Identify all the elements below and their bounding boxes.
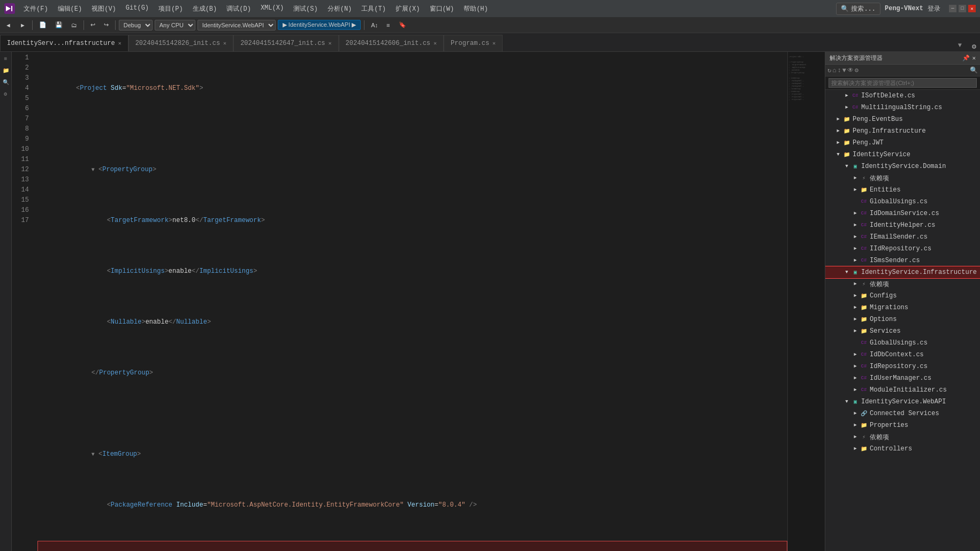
tab-init3[interactable]: 20240415142606_init.cs ✕ (339, 35, 444, 51)
menu-debug[interactable]: 调试(D) (222, 3, 255, 14)
tree-item-idrepository[interactable]: ► C# IdRepository.cs (825, 361, 980, 372)
se-search-input[interactable] (829, 78, 977, 88)
menu-edit[interactable]: 编辑(E) (54, 3, 87, 14)
tree-item-controllers[interactable]: ► 📁 Controllers (825, 443, 980, 455)
menu-project[interactable]: 项目(P) (154, 3, 187, 14)
tree-item-domain[interactable]: ▼ ▣ IdentityService.Domain (825, 160, 980, 172)
folder-icon: 📁 (842, 139, 851, 147)
tab-close-2[interactable]: ✕ (329, 40, 332, 47)
tree-item-isoftdelete[interactable]: ► C# ISoftDelete.cs (825, 90, 980, 102)
se-sync-icon[interactable]: ↻ (827, 66, 831, 74)
bookmark-btn[interactable]: 🔖 (396, 20, 409, 29)
tree-item-globalusings1[interactable]: C# GlobalUsings.cs (825, 196, 980, 208)
tree-item-iemailsender[interactable]: ► C# IEmailSender.cs (825, 231, 980, 243)
tree-item-migrations[interactable]: ► 📁 Migrations (825, 302, 980, 313)
tab-close-4[interactable]: ✕ (492, 40, 496, 47)
tree-item-identityservice[interactable]: ▼ 📁 IdentityService (825, 149, 980, 160)
tree-item-properties[interactable]: ► 📁 Properties (825, 419, 980, 431)
tree-item-globalusings2[interactable]: C# GlobalUsings.cs (825, 337, 980, 349)
line-numbers: 1 2 3 4 5 6 7 8 9 10 11 12 13 14 15 16 1… (12, 52, 33, 551)
tree-item-ismssender[interactable]: ► C# ISmsSender.cs (825, 255, 980, 266)
maximize-button[interactable]: □ (959, 5, 966, 12)
code-editor[interactable]: <Project Sdk="Microsoft.NET.Sdk"> ▼ <Pro… (33, 52, 787, 551)
menu-bar[interactable]: 文件(F) 编辑(E) 视图(V) Git(G) 项目(P) 生成(B) 调试(… (19, 3, 492, 14)
tree-item-services[interactable]: ► 📁 Services (825, 325, 980, 337)
save-all-button[interactable]: 🗂 (68, 21, 80, 29)
se-arrow-icon[interactable]: ↕ (837, 67, 841, 74)
tree-item-dep2[interactable]: ► ⚡ 依赖项 (825, 278, 980, 290)
run-icon: ▶ (283, 21, 287, 28)
tree-item-configs[interactable]: ► 📁 Configs (825, 290, 980, 302)
menu-xml[interactable]: XML(X) (256, 3, 288, 14)
tree-item-moduleinitializer[interactable]: ► C# ModuleInitializer.cs (825, 384, 980, 396)
tab-close-0[interactable]: ✕ (118, 40, 121, 47)
menu-git[interactable]: Git(G) (121, 3, 153, 14)
editor-content[interactable]: 1 2 3 4 5 6 7 8 9 10 11 12 13 14 15 16 1… (12, 52, 825, 551)
tree-item-identityhelper[interactable]: ► C# IdentityHelper.cs (825, 219, 980, 231)
tab-program[interactable]: Program.cs ✕ (444, 35, 503, 51)
format-btn[interactable]: A↕ (368, 21, 381, 29)
forward-button[interactable]: ► (17, 21, 29, 29)
tree-item-connected-services[interactable]: ► 🔗 Connected Services (825, 408, 980, 419)
login-btn[interactable]: 登录 (928, 4, 940, 13)
tree-arrow: ► (834, 117, 842, 122)
menu-window[interactable]: 窗口(W) (426, 3, 459, 14)
minimize-button[interactable]: — (949, 5, 956, 12)
save-button[interactable]: 💾 (52, 20, 66, 29)
debug-config-dropdown[interactable]: Debug (119, 20, 153, 30)
menu-help[interactable]: 帮助(H) (459, 3, 492, 14)
sidebar-icon-4[interactable]: ⚙ (1, 89, 11, 99)
tree-item-options[interactable]: ► 📁 Options (825, 313, 980, 325)
window-controls[interactable]: — □ ✕ (949, 5, 976, 12)
new-file-button[interactable]: 📄 (36, 20, 50, 29)
tab-init2[interactable]: 20240415142647_init.cs ✕ (233, 35, 338, 51)
tree-item-iddbcontext[interactable]: ► C# IdDbContext.cs (825, 349, 980, 361)
menu-test[interactable]: 测试(S) (289, 3, 322, 14)
se-filter-icon[interactable]: ▼ (842, 67, 846, 74)
undo-button[interactable]: ↩ (87, 20, 98, 29)
sidebar-icon-2[interactable]: 📁 (1, 66, 11, 75)
se-tree[interactable]: ► C# ISoftDelete.cs ► C# MultilingualStr… (825, 90, 980, 551)
tree-item-eventbus[interactable]: ► 📁 Peng.EventBus (825, 113, 980, 125)
sep1 (32, 20, 33, 30)
sidebar-icon-1[interactable]: ≡ (1, 54, 11, 64)
tree-arrow: ► (851, 446, 860, 451)
project-dropdown[interactable]: IdentityService.WebAPI (197, 20, 276, 30)
menu-extensions[interactable]: 扩展(X) (391, 3, 424, 14)
close-button[interactable]: ✕ (968, 5, 976, 12)
tab-close-1[interactable]: ✕ (223, 40, 226, 47)
menu-file[interactable]: 文件(F) (19, 3, 52, 14)
tab-close-3[interactable]: ✕ (434, 40, 437, 47)
se-home-icon[interactable]: ⌂ (832, 67, 836, 74)
tree-item-iidrepository[interactable]: ► C# IIdRepository.cs (825, 243, 980, 255)
tab-infrastructure[interactable]: IdentityServ...nfrastructure ✕ (0, 35, 128, 51)
menu-build[interactable]: 生成(B) (188, 3, 222, 14)
se-pin-icon[interactable]: 📌 (962, 55, 970, 62)
menu-tools[interactable]: 工具(T) (357, 3, 390, 14)
se-eye-icon[interactable]: 👁 (847, 66, 854, 74)
menu-view[interactable]: 视图(V) (87, 3, 120, 14)
se-settings-icon[interactable]: ⚙ (855, 66, 859, 74)
tree-item-iddomainservice[interactable]: ► C# IdDomainService.cs (825, 208, 980, 219)
run-button[interactable]: ▶ IdentityService.WebAPI ▶ (278, 20, 361, 30)
title-search[interactable]: 🔍 搜索... (836, 3, 880, 15)
tree-item-dep3[interactable]: ► ⚡ 依赖项 (825, 431, 980, 443)
tree-item-peng-jwt[interactable]: ► 📁 Peng.JWT (825, 137, 980, 149)
tree-item-entities[interactable]: ► 📁 Entities (825, 184, 980, 196)
tree-item-idusermanager[interactable]: ► C# IdUserManager.cs (825, 372, 980, 384)
redo-button[interactable]: ↪ (101, 20, 112, 29)
tree-item-dep1[interactable]: ► ⚡ 依赖项 (825, 172, 980, 184)
back-button[interactable]: ◄ (2, 21, 14, 29)
tree-item-multilingualstring[interactable]: ► C# MultilingualString.cs (825, 102, 980, 113)
cpu-dropdown[interactable]: Any CPU (155, 20, 195, 30)
tree-item-peng-infra[interactable]: ► 📁 Peng.Infrastructure (825, 125, 980, 137)
tree-item-infrastructure[interactable]: ▼ ▣ IdentityService.Infrastructure (825, 266, 980, 278)
new-tab-settings[interactable]: ⚙ (968, 42, 980, 51)
menu-analyze[interactable]: 分析(N) (323, 3, 356, 14)
tab-overflow[interactable]: ▼ (954, 40, 966, 51)
se-close-icon[interactable]: ✕ (972, 55, 976, 62)
tree-item-webapi[interactable]: ▼ ▣ IdentityService.WebAPI (825, 396, 980, 408)
sidebar-icon-3[interactable]: 🔍 (1, 78, 11, 87)
comment-btn[interactable]: ≡ (383, 21, 393, 29)
tab-init1[interactable]: 20240415142826_init.cs ✕ (128, 35, 233, 51)
